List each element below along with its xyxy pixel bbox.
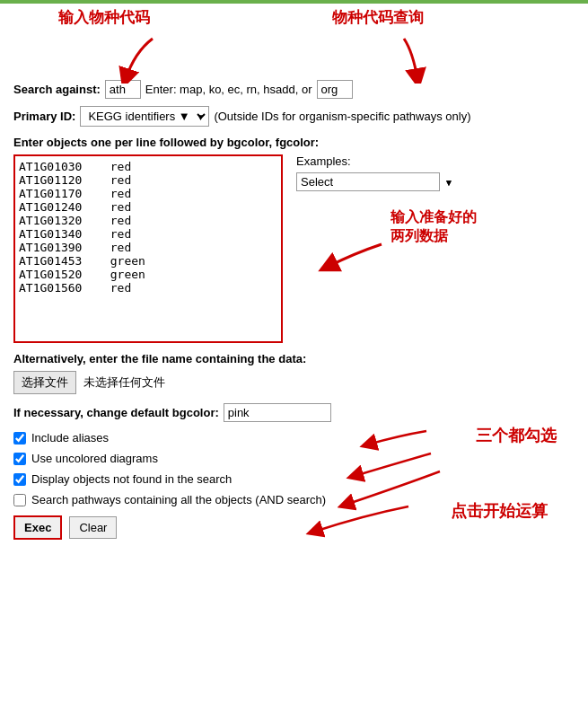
arrow-species-code <box>108 34 180 84</box>
checkbox-aliases[interactable] <box>13 432 26 445</box>
search-against-label: Search against: <box>13 83 101 96</box>
primary-id-row: Primary ID: KEGG identifiers ▼ (Outside … <box>13 106 575 127</box>
clear-button[interactable]: Clear <box>69 516 117 539</box>
bgcolor-label: If necessary, change default bgcolor: <box>13 406 219 419</box>
checkbox-uncolored-row: Use uncolored diagrams <box>13 452 575 465</box>
objects-textarea[interactable]: AT1G01030 red AT1G01120 red AT1G01170 re… <box>13 154 283 343</box>
file-button[interactable]: 选择文件 <box>13 371 76 394</box>
search-input[interactable] <box>105 80 141 99</box>
file-row: 选择文件 未选择任何文件 <box>13 371 575 394</box>
examples-label: Examples: <box>296 154 458 168</box>
checkbox-aliases-label[interactable]: Include aliases <box>31 431 109 445</box>
annotation-species-query: 物种代码查询 <box>332 9 424 27</box>
examples-select[interactable]: Select <box>296 172 440 191</box>
checkbox-notfound[interactable] <box>13 473 26 486</box>
enter-hint: Enter: map, ko, ec, rn, hsadd, or <box>145 83 312 96</box>
objects-area-container: AT1G01030 red AT1G01120 red AT1G01170 re… <box>13 154 575 343</box>
primary-id-label: Primary ID: <box>13 110 75 123</box>
bgcolor-input[interactable] <box>224 403 331 422</box>
checkbox-notfound-row: Display objects not found in the search <box>13 472 575 486</box>
file-section-label: Alternatively, enter the file name conta… <box>13 352 575 365</box>
primary-id-note: (Outside IDs for organism-specific pathw… <box>214 110 470 123</box>
arrow-exec <box>292 497 435 542</box>
checkbox-notfound-label[interactable]: Display objects not found in the search <box>31 472 232 486</box>
objects-label: Enter objects one per line followed by b… <box>13 136 575 149</box>
checkbox-uncolored-label[interactable]: Use uncolored diagrams <box>31 452 158 465</box>
checkbox-all[interactable] <box>13 494 26 506</box>
arrow-two-col <box>310 226 391 280</box>
checkbox-aliases-row: Include aliases <box>13 431 575 445</box>
annotation-species-code: 输入物种代码 <box>58 9 150 27</box>
org-input[interactable] <box>317 80 353 99</box>
file-name: 未选择任何文件 <box>83 374 165 391</box>
arrow-species-query <box>377 34 449 84</box>
primary-id-select[interactable]: KEGG identifiers ▼ <box>80 106 209 127</box>
bgcolor-row: If necessary, change default bgcolor: <box>13 403 575 422</box>
exec-button[interactable]: Exec <box>13 515 62 540</box>
action-buttons: Exec Clear 点击开始运算 <box>13 515 575 540</box>
checkbox-all-label[interactable]: Search pathways containing all the objec… <box>31 493 326 506</box>
search-against-row: Search against: Enter: map, ko, ec, rn, … <box>13 80 575 99</box>
checkbox-uncolored[interactable] <box>13 453 26 465</box>
